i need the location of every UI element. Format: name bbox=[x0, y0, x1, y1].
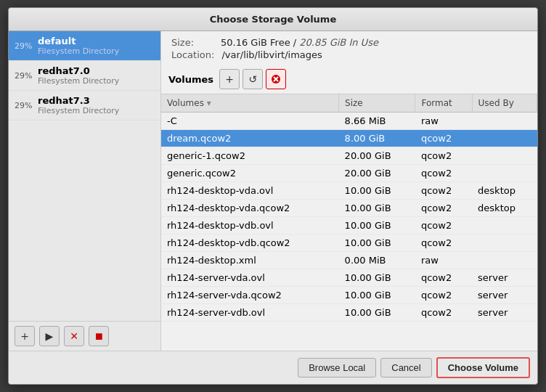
delete-volume-button[interactable] bbox=[266, 69, 286, 89]
stop-pool-button[interactable]: ⏹ bbox=[89, 326, 109, 346]
cancel-button[interactable]: Cancel bbox=[380, 358, 431, 377]
col-format[interactable]: Format bbox=[415, 94, 472, 113]
pool-type: Filesystem Directory bbox=[38, 46, 119, 56]
storage-pool-list: 29% default Filesystem Directory 29% red… bbox=[9, 31, 161, 351]
table-row[interactable]: generic.qcow2 20.00 GiB qcow2 bbox=[161, 165, 537, 182]
play-pool-button[interactable]: ▶ bbox=[39, 326, 60, 346]
volume-size: 10.00 GiB bbox=[339, 182, 415, 200]
volume-used-by: server bbox=[472, 287, 537, 304]
volumes-label: Volumes bbox=[168, 74, 213, 85]
volume-size: 8.00 GiB bbox=[339, 130, 415, 147]
info-section: Size: 50.16 GiB Free / 20.85 GiB In Use … bbox=[161, 31, 537, 65]
volume-format: raw bbox=[415, 252, 472, 269]
add-pool-button[interactable]: + bbox=[15, 326, 35, 346]
volume-size: 8.66 MiB bbox=[339, 113, 415, 130]
volume-size: 10.00 GiB bbox=[339, 200, 415, 217]
pool-percent: 29% bbox=[15, 41, 33, 51]
volume-used-by: server bbox=[472, 304, 537, 322]
size-value: 50.16 GiB Free / 20.85 GiB In Use bbox=[221, 37, 378, 48]
volume-name: rh124-desktop-vda.ovl bbox=[161, 182, 339, 200]
dialog-title: Choose Storage Volume bbox=[9, 8, 537, 31]
pool-name: default bbox=[38, 36, 119, 46]
delete-pool-button[interactable]: ✕ bbox=[64, 326, 84, 346]
volume-name: rh124-server-vda.ovl bbox=[161, 269, 339, 287]
dialog-body: 29% default Filesystem Directory 29% red… bbox=[9, 31, 537, 351]
volume-used-by: server bbox=[472, 269, 537, 287]
volume-format: qcow2 bbox=[415, 287, 472, 304]
volume-size: 20.00 GiB bbox=[339, 147, 415, 165]
volume-format: qcow2 bbox=[415, 304, 472, 322]
table-row[interactable]: rh124-desktop.xml 0.00 MiB raw bbox=[161, 252, 537, 269]
refresh-volume-button[interactable]: ↺ bbox=[243, 69, 263, 89]
table-row[interactable]: dream.qcow2 8.00 GiB qcow2 bbox=[161, 130, 537, 147]
volume-used-by: desktop bbox=[472, 200, 537, 217]
dialog-footer: Browse Local Cancel Choose Volume bbox=[9, 351, 537, 384]
volume-size: 0.00 MiB bbox=[339, 252, 415, 269]
volume-used-by bbox=[472, 147, 537, 165]
volume-size: 10.00 GiB bbox=[339, 234, 415, 252]
volume-used-by bbox=[472, 113, 537, 130]
volume-format: qcow2 bbox=[415, 182, 472, 200]
volume-used-by bbox=[472, 234, 537, 252]
volume-name: rh124-server-vdb.ovl bbox=[161, 304, 339, 322]
volume-name: rh124-desktop-vdb.ovl bbox=[161, 217, 339, 234]
volume-format: qcow2 bbox=[415, 200, 472, 217]
choose-storage-dialog: Choose Storage Volume 29% default Filesy… bbox=[8, 7, 538, 385]
volume-used-by: desktop bbox=[472, 182, 537, 200]
pool-toolbar: + ▶ ✕ ⏹ bbox=[9, 321, 160, 351]
choose-volume-button[interactable]: Choose Volume bbox=[436, 357, 530, 378]
volume-name: rh124-desktop.xml bbox=[161, 252, 339, 269]
col-size[interactable]: Size bbox=[339, 94, 415, 113]
storage-pool-item[interactable]: 29% redhat7.3 Filesystem Directory bbox=[9, 91, 160, 121]
table-row[interactable]: rh124-desktop-vda.qcow2 10.00 GiB qcow2 … bbox=[161, 200, 537, 217]
pool-name: redhat7.3 bbox=[38, 95, 119, 106]
table-row[interactable]: rh124-server-vdb.ovl 10.00 GiB qcow2 ser… bbox=[161, 304, 537, 322]
volumes-table: Volumes Size Format Used By -C 8.66 MiB … bbox=[161, 94, 537, 322]
volume-size: 10.00 GiB bbox=[339, 287, 415, 304]
col-used-by[interactable]: Used By bbox=[472, 94, 537, 113]
table-row[interactable]: rh124-desktop-vdb.qcow2 10.00 GiB qcow2 bbox=[161, 234, 537, 252]
pool-type: Filesystem Directory bbox=[38, 106, 119, 115]
volumes-table-container: Volumes Size Format Used By -C 8.66 MiB … bbox=[161, 94, 537, 351]
table-row[interactable]: rh124-server-vda.ovl 10.00 GiB qcow2 ser… bbox=[161, 269, 537, 287]
pool-percent: 29% bbox=[15, 71, 33, 81]
storage-pool-item[interactable]: 29% redhat7.0 Filesystem Directory bbox=[9, 61, 160, 91]
volume-name: rh124-desktop-vdb.qcow2 bbox=[161, 234, 339, 252]
location-label: Location: bbox=[171, 49, 214, 60]
volume-name: dream.qcow2 bbox=[161, 130, 339, 147]
add-volume-button[interactable]: + bbox=[219, 69, 240, 89]
location-value: /var/lib/libvirt/images bbox=[221, 49, 322, 60]
col-volumes[interactable]: Volumes bbox=[161, 94, 339, 113]
volume-name: generic-1.qcow2 bbox=[161, 147, 339, 165]
pool-percent: 29% bbox=[15, 101, 33, 110]
volume-format: raw bbox=[415, 113, 472, 130]
volume-format: qcow2 bbox=[415, 269, 472, 287]
volume-size: 20.00 GiB bbox=[339, 165, 415, 182]
volume-name: generic.qcow2 bbox=[161, 165, 339, 182]
table-row[interactable]: rh124-desktop-vdb.ovl 10.00 GiB qcow2 bbox=[161, 217, 537, 234]
volume-size: 10.00 GiB bbox=[339, 304, 415, 322]
size-label: Size: bbox=[171, 37, 213, 48]
table-row[interactable]: -C 8.66 MiB raw bbox=[161, 113, 537, 130]
volumes-toolbar: Volumes + ↺ bbox=[161, 65, 537, 94]
volume-format: qcow2 bbox=[415, 165, 472, 182]
volume-used-by bbox=[472, 165, 537, 182]
storage-pool-item[interactable]: 29% default Filesystem Directory bbox=[9, 31, 160, 61]
pool-name: redhat7.0 bbox=[38, 65, 119, 76]
table-row[interactable]: rh124-server-vda.qcow2 10.00 GiB qcow2 s… bbox=[161, 287, 537, 304]
volume-format: qcow2 bbox=[415, 130, 472, 147]
volume-used-by bbox=[472, 130, 537, 147]
table-row[interactable]: rh124-desktop-vda.ovl 10.00 GiB qcow2 de… bbox=[161, 182, 537, 200]
volume-format: qcow2 bbox=[415, 217, 472, 234]
browse-local-button[interactable]: Browse Local bbox=[298, 358, 376, 377]
volume-used-by bbox=[472, 217, 537, 234]
pool-type: Filesystem Directory bbox=[38, 76, 119, 86]
volume-name: -C bbox=[161, 113, 339, 130]
volume-format: qcow2 bbox=[415, 234, 472, 252]
volume-format: qcow2 bbox=[415, 147, 472, 165]
volume-name: rh124-server-vda.qcow2 bbox=[161, 287, 339, 304]
right-panel: Size: 50.16 GiB Free / 20.85 GiB In Use … bbox=[161, 31, 537, 351]
volume-size: 10.00 GiB bbox=[339, 269, 415, 287]
volume-name: rh124-desktop-vda.qcow2 bbox=[161, 200, 339, 217]
table-row[interactable]: generic-1.qcow2 20.00 GiB qcow2 bbox=[161, 147, 537, 165]
